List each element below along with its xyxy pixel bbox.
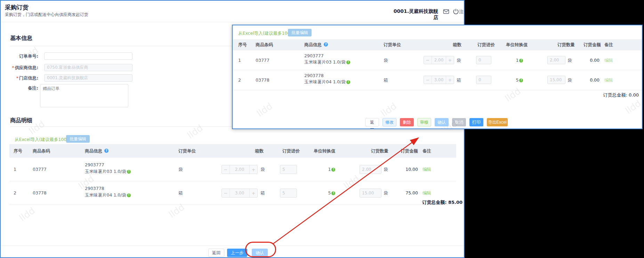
stepper-minus-icon[interactable]: − [424, 58, 432, 63]
cell-conversion: 5! [511, 77, 528, 83]
cell-order-unit: 箱 [384, 77, 388, 83]
cell-qty-unit: 袋 [384, 167, 388, 173]
box-qty-value[interactable]: 2.00 [432, 56, 446, 64]
price-input[interactable]: 5 [280, 165, 297, 174]
help-icon[interactable]: ? [104, 149, 108, 153]
batch-edit-button[interactable]: 批量编辑 [66, 135, 90, 143]
col-seq: 序号 [14, 148, 22, 154]
box-qty-value[interactable]: 2.00 [230, 165, 250, 174]
stepper-plus-icon[interactable]: + [250, 191, 257, 196]
cell-amount: 0.00 [572, 58, 599, 63]
export-excel-button[interactable]: 导出Excel [487, 118, 508, 126]
cell-qty-unit: 袋 [567, 58, 572, 64]
edit-remark-link[interactable]: 编辑 [604, 77, 613, 83]
overlay-table-header: 序号 商品条码 商品信息? 订货单位 箱数 订货进价 单位转换值 订货数量 订货… [233, 39, 642, 50]
power-icon[interactable] [453, 8, 459, 15]
store-input[interactable] [44, 74, 132, 82]
cell-conversion: 1! [324, 167, 339, 172]
prev-step-button[interactable]: 上一步 [227, 249, 247, 257]
cancel-button[interactable]: 取消 [452, 118, 466, 126]
cell-barcode: 03777 [256, 58, 269, 63]
logout-link[interactable]: 注销 [459, 9, 465, 15]
stepper-minus-icon[interactable]: − [222, 191, 230, 196]
edit-remark-link[interactable]: 编辑 [422, 190, 431, 196]
product-code: 2903777 [85, 162, 131, 167]
help-icon[interactable]: ? [324, 42, 328, 47]
stock-info-icon[interactable]: ! [346, 60, 350, 64]
stepper-plus-icon[interactable]: + [446, 58, 454, 63]
stock-info-icon[interactable]: ! [346, 80, 350, 84]
confirm-button[interactable]: 确认 [435, 118, 449, 126]
cell-seq: 2 [14, 190, 16, 195]
cell-seq: 1 [14, 167, 16, 172]
stock-info-icon[interactable]: ! [127, 193, 131, 197]
order-total: 订货总金额: 85.00 [314, 199, 462, 206]
cell-box-unit: 箱 [457, 77, 461, 83]
back-button[interactable]: 返回 [365, 118, 379, 126]
box-qty-stepper[interactable]: − 2.00 + [424, 56, 454, 64]
modify-button[interactable]: 修改 [383, 118, 396, 126]
col-amount: 订货金额 [573, 42, 601, 48]
stepper-plus-icon[interactable]: + [446, 77, 454, 83]
order-qty-input[interactable]: 2.00 [547, 56, 565, 64]
conversion-info-icon[interactable]: ! [519, 59, 523, 63]
supplier-input[interactable] [44, 64, 132, 71]
product-code: 2903777 [304, 53, 350, 58]
box-qty-value[interactable]: 3.00 [432, 76, 446, 84]
box-qty-stepper[interactable]: − 2.00 + [222, 165, 258, 174]
col-barcode: 商品条码 [256, 42, 273, 48]
stepper-minus-icon[interactable]: − [424, 77, 432, 83]
header-divider [1, 22, 464, 22]
order-qty-input[interactable]: 2.00 [360, 165, 381, 174]
order-total-value: 0.00 [629, 92, 639, 98]
watermark: lldd [255, 101, 274, 119]
cell-qty-unit: 袋 [567, 77, 572, 83]
remark-textarea[interactable] [40, 84, 128, 107]
box-qty-value[interactable]: 3.00 [230, 189, 250, 197]
price-input[interactable]: 5 [280, 189, 297, 198]
col-price: 订货进价 [282, 148, 300, 154]
cell-barcode: 03778 [256, 77, 269, 83]
conversion-info-icon[interactable]: ! [519, 78, 523, 82]
stock-info-icon[interactable]: ! [127, 170, 131, 174]
col-info: 商品信息 [304, 42, 322, 48]
batch-edit-button[interactable]: 批量编辑 [288, 29, 312, 36]
conversion-info-icon[interactable]: ! [331, 168, 335, 172]
page-subtitle: 采购订货，门店或配送中心向供应商发起订货 [5, 12, 88, 18]
order-qty-input[interactable]: 15.00 [547, 76, 565, 84]
product-name: 玉米味薯片03 1.0/袋 [304, 59, 346, 65]
edit-remark-link[interactable]: 编辑 [422, 167, 431, 173]
page-title: 采购订货 [5, 3, 29, 11]
price-input[interactable]: 0 [476, 76, 491, 84]
cell-amount: 10.00 [390, 167, 418, 172]
box-qty-stepper[interactable]: − 3.00 + [222, 189, 258, 198]
box-qty-stepper[interactable]: − 3.00 + [424, 76, 454, 84]
order-no-input[interactable] [44, 52, 132, 60]
conversion-info-icon[interactable]: ! [331, 191, 335, 195]
col-info: 商品信息 [85, 148, 102, 154]
order-no-label: 订单单号: [5, 52, 38, 60]
stepper-plus-icon[interactable]: + [250, 167, 257, 172]
footer-divider [1, 245, 464, 246]
product-name: 玉米味薯片04 1.0/袋 [85, 192, 126, 198]
cell-barcode: 03778 [33, 190, 47, 195]
price-input[interactable]: 0 [476, 56, 491, 64]
audit-button[interactable]: 审核 [417, 118, 431, 126]
watermark: lldd [17, 205, 37, 223]
col-price: 订货进价 [477, 42, 495, 48]
cell-box-unit: 袋 [260, 167, 265, 173]
edit-remark-link[interactable]: 编辑 [604, 58, 613, 64]
delete-button[interactable]: 删除 [400, 118, 414, 126]
table-row: 1 03777 2903777 玉米味薯片03 1.0/袋! 袋 − 2.00 … [9, 158, 456, 181]
masked-region [465, 0, 644, 25]
mail-icon[interactable] [443, 8, 449, 15]
print-button[interactable]: 打印 [469, 118, 483, 126]
cell-qty-unit: 袋 [384, 190, 388, 196]
back-button[interactable]: 返回 [208, 249, 224, 257]
col-remark: 备注 [422, 148, 431, 154]
cell-barcode: 03777 [33, 167, 47, 172]
required-asterisk: * [16, 75, 18, 81]
stepper-minus-icon[interactable]: − [222, 167, 230, 172]
order-qty-input[interactable]: 15.00 [360, 189, 381, 198]
cell-seq: 2 [238, 77, 241, 83]
